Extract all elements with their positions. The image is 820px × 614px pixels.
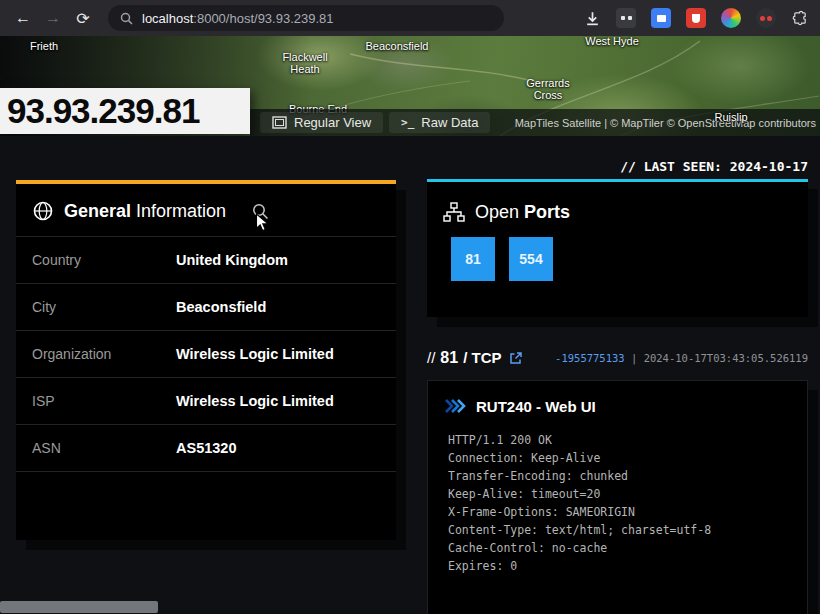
info-row-city: City Beaconsfield [16, 284, 396, 331]
open-ports-card: OpenPorts 81 554 [427, 179, 808, 317]
http-line: Keep-Alive: timeout=20 [448, 485, 787, 503]
forward-icon[interactable]: → [38, 9, 68, 27]
frame-icon [272, 116, 287, 129]
http-line: Content-Type: text/html; charset=utf-8 [448, 521, 787, 539]
refresh-icon[interactable]: ⟳ [68, 9, 98, 28]
info-row-organization: Organization Wireless Logic Limited [16, 331, 396, 378]
port-chip-list: 81 554 [451, 237, 808, 281]
http-line: Transfer-Encoding: chunked [448, 467, 787, 485]
ip-address: 93.93.239.81 [7, 91, 199, 131]
map-place-label: West Hyde [585, 36, 639, 47]
ip-title-block: 93.93.239.81 [0, 88, 250, 134]
info-row-isp: ISP Wireless Logic Limited [16, 378, 396, 425]
globe-icon [32, 200, 54, 222]
raw-data-label: Raw Data [421, 115, 478, 130]
service-banner-card: RUT240 - Web UI HTTP/1.1 200 OK Connecti… [427, 380, 808, 614]
http-line: Expires: 0 [448, 557, 787, 575]
magnifier-icon[interactable] [252, 203, 269, 220]
browser-toolbar: ← → ⟳ localhost:8000/host/93.93.239.81 [0, 0, 820, 36]
http-line: X-Frame-Options: SAMEORIGIN [448, 503, 787, 521]
http-response-block: HTTP/1.1 200 OK Connection: Keep-Alive T… [428, 427, 807, 575]
port-chip-81[interactable]: 81 [451, 237, 495, 281]
port-banner-title: // 81 / TCP [427, 349, 501, 367]
extension-icon-3[interactable] [686, 8, 706, 28]
open-ports-title: OpenPorts [475, 202, 570, 223]
search-icon [120, 12, 133, 25]
extension-icon-1[interactable] [616, 8, 636, 28]
http-line: Connection: Keep-Alive [448, 449, 787, 467]
port-chip-554[interactable]: 554 [509, 237, 553, 281]
map-place-label: Beaconsfield [366, 40, 429, 52]
banner-meta: -1955775133 | 2024-10-17T03:43:05.526119 [555, 352, 808, 364]
map-place-label: Frieth [30, 40, 58, 52]
toolbar-extensions [584, 8, 820, 28]
general-information-title: GeneralInformation [64, 201, 226, 222]
back-icon[interactable]: ← [8, 9, 38, 27]
raw-data-button[interactable]: >_ Raw Data [389, 112, 490, 133]
extension-icon-2[interactable] [651, 8, 671, 28]
map-place-label: Ruislip [714, 111, 747, 123]
url-bar[interactable]: localhost:8000/host/93.93.239.81 [108, 5, 504, 31]
extension-icon-5[interactable] [756, 8, 776, 28]
teltonika-logo-icon [444, 397, 466, 415]
external-link-icon[interactable] [509, 351, 523, 365]
general-information-header: GeneralInformation [16, 184, 396, 237]
service-header: RUT240 - Web UI [428, 381, 807, 427]
horizontal-scrollbar-thumb[interactable] [0, 601, 158, 613]
port-banner-header: // 81 / TCP -1955775133 | 2024-10-17T03:… [427, 346, 808, 370]
general-information-card: GeneralInformation Country United Kingdo… [16, 180, 396, 540]
last-seen-label: // LAST SEEN: 2024-10-17 [620, 159, 808, 174]
terminal-icon: >_ [401, 116, 414, 129]
http-line: HTTP/1.1 200 OK [448, 431, 787, 449]
map[interactable]: Frieth Flackwell Heath Beaconsfield West… [0, 36, 820, 136]
service-name: RUT240 - Web UI [476, 398, 596, 415]
regular-view-button[interactable]: Regular View [260, 112, 383, 133]
map-attribution: MapTiles Satellite | © MapTiler © OpenSt… [515, 117, 820, 129]
extension-icon-4[interactable] [721, 8, 741, 28]
puzzle-icon[interactable] [791, 10, 808, 27]
info-row-asn: ASN AS51320 [16, 425, 396, 472]
sitemap-icon [443, 202, 465, 223]
download-icon[interactable] [584, 10, 601, 27]
open-ports-header: OpenPorts [427, 202, 808, 223]
map-place-label: Gerrards Cross [526, 77, 569, 101]
map-place-label: Flackwell Heath [282, 51, 327, 75]
http-line: Cache-Control: no-cache [448, 539, 787, 557]
info-row-country: Country United Kingdom [16, 237, 396, 284]
regular-view-label: Regular View [294, 115, 371, 130]
url-text: localhost:8000/host/93.93.239.81 [142, 11, 334, 26]
